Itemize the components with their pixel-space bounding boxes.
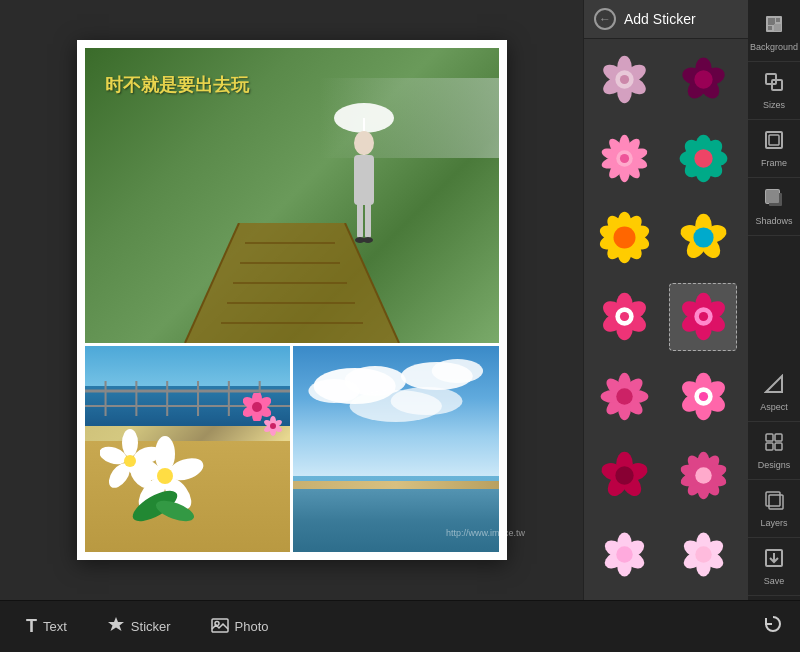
collage-bottom xyxy=(85,346,499,560)
text-icon: T xyxy=(26,616,37,637)
sticker-item[interactable] xyxy=(669,362,737,430)
sticker-item-selected[interactable] xyxy=(669,283,737,351)
sticker-item[interactable] xyxy=(590,441,658,509)
sticker-item[interactable] xyxy=(669,124,737,192)
svg-rect-176 xyxy=(768,18,775,25)
app-container: 时不就是要出去玩 xyxy=(0,0,800,600)
aspect-label: Aspect xyxy=(760,402,788,412)
layers-icon xyxy=(764,490,784,515)
sizes-label: Sizes xyxy=(763,100,785,110)
svg-rect-192 xyxy=(766,492,780,506)
clouds xyxy=(293,356,499,446)
sticker-item[interactable] xyxy=(590,362,658,430)
save-label: Save xyxy=(764,576,785,586)
sticker-icon xyxy=(107,616,125,638)
svg-rect-193 xyxy=(769,495,783,509)
sticker-item[interactable] xyxy=(590,521,658,589)
svg-point-149 xyxy=(615,466,633,484)
svg-marker-187 xyxy=(766,376,782,392)
svg-point-27 xyxy=(124,455,136,467)
svg-rect-183 xyxy=(769,135,779,145)
sidebar-btn-frame[interactable]: Frame xyxy=(748,120,800,178)
photo-button[interactable]: Photo xyxy=(201,611,279,643)
photo-icon xyxy=(211,617,229,637)
sticker-item[interactable] xyxy=(590,204,658,272)
canvas-sticker-2 xyxy=(263,416,283,440)
text-button[interactable]: T Text xyxy=(16,610,77,643)
sidebar-btn-sizes[interactable]: Sizes xyxy=(748,62,800,120)
sticker-item[interactable] xyxy=(590,45,658,113)
svg-rect-188 xyxy=(766,434,773,441)
svg-rect-191 xyxy=(775,443,782,450)
svg-point-135 xyxy=(616,388,633,405)
text-label: Text xyxy=(43,619,67,634)
shadows-label: Shadows xyxy=(755,216,792,226)
svg-point-2 xyxy=(354,131,374,155)
collage-overlay-text: 时不就是要出去玩 xyxy=(105,73,249,97)
sticker-label: Sticker xyxy=(131,619,171,634)
svg-point-160 xyxy=(695,467,712,484)
svg-point-126 xyxy=(698,312,707,321)
svg-point-72 xyxy=(694,70,712,88)
svg-point-104 xyxy=(613,227,635,249)
svg-rect-197 xyxy=(212,619,228,632)
sidebar-btn-aspect[interactable]: Aspect xyxy=(748,364,800,422)
sticker-header: ← Add Sticker xyxy=(584,0,748,39)
sticker-panel-title: Add Sticker xyxy=(624,11,696,27)
svg-rect-186 xyxy=(766,190,779,203)
sticker-item[interactable] xyxy=(669,441,737,509)
svg-point-44 xyxy=(391,387,463,415)
sticker-item[interactable] xyxy=(669,204,737,272)
svg-rect-3 xyxy=(354,155,374,205)
sidebar-btn-layers[interactable]: Layers xyxy=(748,480,800,538)
photo-label: Photo xyxy=(235,619,269,634)
sidebar-btn-background[interactable]: Background xyxy=(748,4,800,62)
watermark: http://www.imcce.tw xyxy=(446,528,525,538)
photo-collage: 时不就是要出去玩 xyxy=(77,40,507,560)
sidebar-btn-designs[interactable]: Designs xyxy=(748,422,800,480)
svg-point-66 xyxy=(619,74,628,83)
svg-rect-177 xyxy=(776,18,780,22)
sticker-item[interactable] xyxy=(669,45,737,113)
sidebar-btn-save[interactable]: Save xyxy=(748,538,800,596)
svg-point-174 xyxy=(695,546,712,563)
svg-point-143 xyxy=(698,392,707,401)
sizes-icon xyxy=(764,72,784,97)
sidebar-btn-shadows[interactable]: Shadows xyxy=(748,178,800,236)
sticker-item[interactable] xyxy=(590,283,658,351)
frame-icon xyxy=(764,130,784,155)
svg-point-110 xyxy=(693,227,713,247)
wooden-path xyxy=(85,223,499,343)
background-label: Background xyxy=(750,42,798,52)
layers-label: Layers xyxy=(760,518,787,528)
svg-point-51 xyxy=(252,402,262,412)
rotate-button[interactable] xyxy=(762,613,784,640)
svg-point-167 xyxy=(616,546,633,563)
svg-rect-189 xyxy=(775,434,782,441)
background-icon xyxy=(764,14,784,39)
svg-point-22 xyxy=(122,429,138,457)
svg-rect-190 xyxy=(766,443,773,450)
save-icon xyxy=(764,548,784,573)
back-button[interactable]: ← xyxy=(594,8,616,30)
back-icon: ← xyxy=(599,12,611,26)
bottom-toolbar: T Text Sticker Photo xyxy=(0,600,800,652)
collage-top-photo: 时不就是要出去玩 xyxy=(85,48,499,343)
sticker-item[interactable] xyxy=(669,521,737,589)
collage-bottom-left xyxy=(85,346,291,560)
plumeria-flowers xyxy=(100,416,230,536)
right-sidebar: Background Sizes Frame xyxy=(748,0,800,600)
svg-point-84 xyxy=(619,154,628,163)
svg-rect-179 xyxy=(774,24,781,31)
designs-icon xyxy=(764,432,784,457)
svg-point-58 xyxy=(270,423,276,429)
sticker-button[interactable]: Sticker xyxy=(97,610,181,644)
sticker-item[interactable] xyxy=(590,124,658,192)
svg-point-42 xyxy=(432,359,483,383)
svg-point-21 xyxy=(157,468,173,484)
svg-point-118 xyxy=(619,312,628,321)
sticker-panel: ← Add Sticker xyxy=(583,0,748,600)
designs-label: Designs xyxy=(758,460,791,470)
svg-point-40 xyxy=(308,379,359,403)
svg-point-93 xyxy=(694,149,712,167)
